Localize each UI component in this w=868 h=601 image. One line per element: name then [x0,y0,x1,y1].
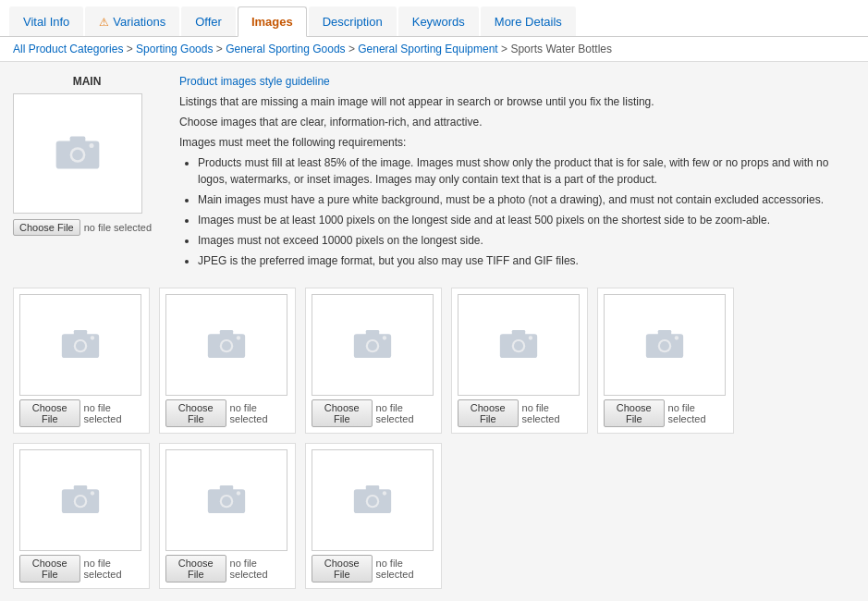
main-choose-file-button[interactable]: Choose File [13,219,80,236]
svg-point-12 [222,341,231,350]
breadcrumb-link-general-sporting[interactable]: General Sporting Goods [226,43,345,55]
svg-point-29 [675,336,679,339]
tab-keywords-label: Keywords [412,15,465,29]
guidelines-list: Products must fill at least 85% of the i… [179,154,855,269]
svg-rect-38 [220,484,233,490]
no-file-text-3: no file selected [376,402,435,424]
guideline-line-2: Choose images that are clear, informatio… [179,114,855,130]
image-grid-row-2: Choose File no file selected Choose File [13,443,855,589]
warning-icon: ⚠ [99,16,109,29]
breadcrumb-link-all[interactable]: All Product Categories [13,43,123,55]
tab-more-details-label: More Details [495,15,562,29]
guidelines-text: Listings that are missing a main image w… [179,93,855,269]
tab-variations-label: Variations [113,15,165,29]
tab-description[interactable]: Description [309,6,397,36]
image-placeholder-2 [165,294,287,396]
camera-icon-4 [498,327,539,363]
no-file-text-1: no file selected [84,402,143,424]
tab-offer[interactable]: Offer [181,6,236,36]
camera-icon-6 [60,483,101,519]
image-grid-item-5: Choose File no file selected [597,288,734,434]
no-file-text-7: no file selected [230,558,289,580]
image-placeholder-4 [458,294,580,396]
breadcrumb-link-sporting[interactable]: Sporting Goods [136,43,213,55]
svg-point-27 [660,341,669,350]
choose-file-button-2[interactable]: Choose File [165,399,226,427]
image-grid-item-8: Choose File no file selected [305,443,442,589]
svg-point-14 [237,336,240,339]
file-input-row-3: Choose File no file selected [312,399,435,427]
choose-file-button-6[interactable]: Choose File [19,555,80,583]
svg-point-39 [237,491,240,495]
main-image-box [13,93,142,214]
choose-file-button-4[interactable]: Choose File [458,399,519,427]
file-input-row-7: Choose File no file selected [165,555,289,583]
breadcrumb-link-equipment[interactable]: General Sporting Equipment [358,43,497,55]
tab-vital-info[interactable]: Vital Info [9,6,83,36]
svg-rect-8 [74,329,87,335]
camera-icon-1 [60,327,101,363]
svg-point-7 [76,341,85,350]
image-grid-item-6: Choose File no file selected [13,443,150,589]
main-file-input-row: Choose File no file selected [13,219,161,236]
file-input-row-5: Choose File no file selected [604,399,727,427]
file-input-row-2: Choose File no file selected [165,399,289,427]
no-file-text-8: no file selected [376,558,435,580]
svg-point-32 [76,497,85,506]
guidelines-title: Product images style guideline [179,75,855,88]
no-file-text-5: no file selected [668,402,727,424]
svg-point-34 [91,491,94,495]
choose-file-button-3[interactable]: Choose File [312,399,373,427]
svg-point-2 [72,149,83,160]
svg-point-19 [383,336,386,339]
tab-variations[interactable]: ⚠ Variations [85,6,179,36]
main-no-file-text: no file selected [84,222,152,233]
svg-point-22 [514,341,523,350]
svg-point-37 [222,497,231,506]
guideline-bullet-2: Main images must have a pure white backg… [198,191,855,208]
svg-rect-23 [512,329,525,335]
camera-icon-main [55,133,101,175]
image-grid-item-3: Choose File no file selected [305,288,442,434]
svg-rect-43 [366,484,379,490]
choose-file-button-1[interactable]: Choose File [19,399,80,427]
file-input-row-1: Choose File no file selected [19,399,143,427]
main-image-col: MAIN Choose File no file selected [13,75,161,273]
svg-point-24 [529,336,532,339]
svg-point-17 [368,341,377,350]
guideline-bullet-1: Products must fill at least 85% of the i… [198,154,855,188]
image-placeholder-5 [604,294,726,396]
choose-file-button-7[interactable]: Choose File [165,555,226,583]
svg-point-4 [90,143,94,148]
choose-file-button-8[interactable]: Choose File [312,555,373,583]
no-file-text-4: no file selected [522,402,581,424]
camera-icon-5 [644,327,685,363]
file-input-row-4: Choose File no file selected [458,399,581,427]
camera-icon-2 [206,327,247,363]
image-placeholder-3 [312,294,434,396]
svg-rect-33 [74,484,87,490]
choose-file-button-5[interactable]: Choose File [604,399,665,427]
breadcrumb-current: Sports Water Bottles [510,43,612,55]
file-input-row-8: Choose File no file selected [312,555,435,583]
tabs-bar: Vital Info ⚠ Variations Offer Images Des… [0,0,868,37]
guideline-bullet-4: Images must not exceed 10000 pixels on t… [198,232,855,249]
svg-point-42 [368,497,377,506]
svg-point-44 [383,491,386,495]
image-placeholder-6 [19,449,141,551]
tab-more-details[interactable]: More Details [481,6,576,36]
tab-vital-info-label: Vital Info [23,15,69,29]
tab-keywords[interactable]: Keywords [398,6,479,36]
main-content: MAIN Choose File no file selected [0,62,868,601]
tab-offer-label: Offer [195,15,222,29]
no-file-text-6: no file selected [84,558,143,580]
svg-rect-13 [220,329,233,335]
no-file-text-2: no file selected [230,402,289,424]
tab-images[interactable]: Images [238,6,307,37]
camera-icon-7 [206,483,247,519]
guideline-line-3: Images must meet the following requireme… [179,134,855,151]
breadcrumb: All Product Categories > Sporting Goods … [0,37,868,62]
file-input-row-6: Choose File no file selected [19,555,143,583]
svg-rect-28 [658,329,671,335]
image-grid-item-1: Choose File no file selected [13,288,150,434]
